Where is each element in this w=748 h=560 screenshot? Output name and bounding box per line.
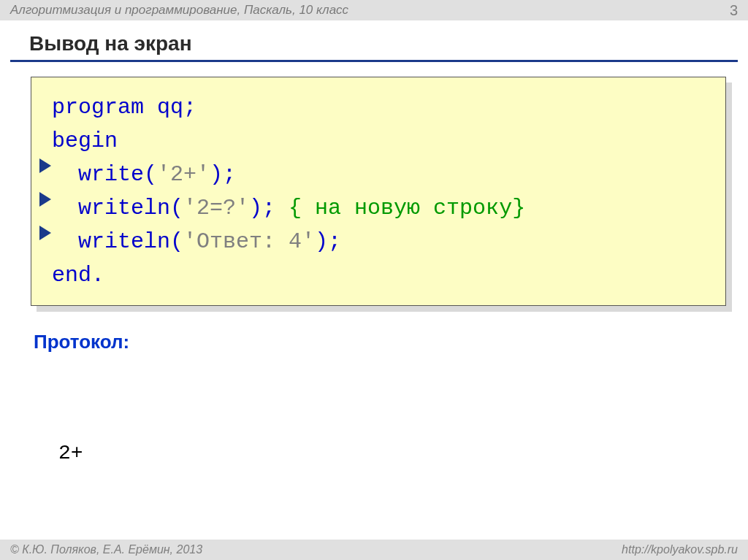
code-line: writeln('2=?'); { на новую строку}	[52, 191, 711, 225]
footer-bar: © К.Ю. Поляков, Е.А. Ерёмин, 2013 http:/…	[0, 540, 748, 560]
keyword: end.	[52, 263, 104, 288]
bullet-column	[39, 158, 51, 259]
paren: );	[210, 162, 236, 187]
slide-title: Вывод на экран	[29, 32, 748, 55]
code-text: qq;	[144, 95, 196, 120]
code-area: program qq; begin write('2+'); writeln('…	[31, 77, 726, 306]
code-line: writeln('Ответ: 4');	[52, 225, 711, 258]
triangle-bullet-icon	[39, 158, 51, 173]
course-label: Алгоритмизация и программирование, Паска…	[10, 3, 348, 18]
title-underline	[10, 60, 738, 62]
code-line: program qq;	[52, 91, 711, 124]
footer-url: http://kpolyakov.spb.ru	[622, 543, 738, 556]
keyword: program	[52, 95, 144, 120]
code-box: program qq; begin write('2+'); writeln('…	[31, 77, 726, 306]
string-literal: '2+'	[157, 162, 210, 187]
paren: (	[170, 196, 183, 220]
paren: );	[315, 229, 341, 254]
function-call: writeln	[52, 196, 170, 220]
string-literal: 'Ответ: 4'	[183, 229, 315, 254]
page-number: 3	[730, 2, 738, 19]
code-line: begin	[52, 124, 711, 158]
triangle-bullet-icon	[39, 226, 51, 240]
code-line: end.	[52, 258, 711, 292]
protocol-label: Протокол:	[34, 331, 748, 353]
header-bar: Алгоритмизация и программирование, Паска…	[0, 0, 748, 20]
output-line: 2+	[58, 435, 748, 472]
function-call: writeln	[52, 229, 170, 254]
paren: (	[144, 162, 157, 187]
string-literal: '2=?'	[183, 196, 249, 220]
code-line: write('2+');	[52, 158, 711, 191]
keyword: begin	[52, 129, 118, 153]
copyright-text: © К.Ю. Поляков, Е.А. Ерёмин, 2013	[10, 543, 202, 556]
comment: { на новую строку}	[289, 196, 525, 220]
protocol-output: 2+ Ответ: 4	[58, 362, 748, 560]
function-call: write	[52, 162, 144, 187]
paren: (	[170, 229, 183, 254]
paren: );	[249, 196, 289, 220]
triangle-bullet-icon	[39, 192, 51, 207]
